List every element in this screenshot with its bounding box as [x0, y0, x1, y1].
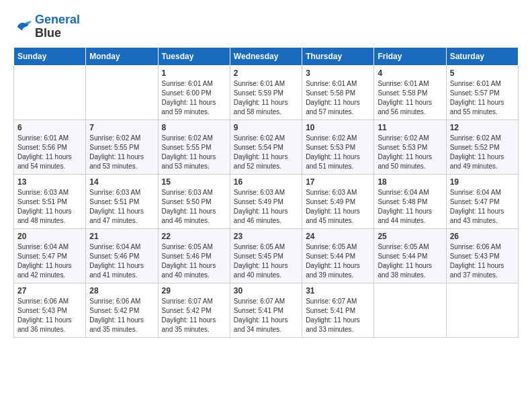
day-info: Sunrise: 6:01 AM Sunset: 5:58 PM Dayligh…	[378, 79, 442, 117]
column-header-wednesday: Wednesday	[230, 47, 302, 65]
day-number: 11	[378, 123, 442, 132]
day-number: 24	[306, 232, 370, 241]
calendar-cell	[14, 65, 86, 120]
calendar-week-row: 13Sunrise: 6:03 AM Sunset: 5:51 PM Dayli…	[14, 174, 519, 228]
calendar-cell: 10Sunrise: 6:02 AM Sunset: 5:53 PM Dayli…	[302, 120, 374, 174]
logo: General Blue	[13, 13, 80, 40]
day-number: 13	[17, 177, 82, 187]
calendar-table: SundayMondayTuesdayWednesdayThursdayFrid…	[13, 47, 519, 338]
calendar-cell	[446, 283, 518, 337]
day-number: 30	[234, 286, 298, 295]
day-number: 23	[234, 232, 298, 241]
calendar-cell: 24Sunrise: 6:05 AM Sunset: 5:44 PM Dayli…	[302, 228, 374, 283]
day-info: Sunrise: 6:01 AM Sunset: 5:58 PM Dayligh…	[306, 79, 370, 117]
calendar-cell: 2Sunrise: 6:01 AM Sunset: 5:59 PM Daylig…	[230, 65, 302, 120]
day-info: Sunrise: 6:02 AM Sunset: 5:55 PM Dayligh…	[162, 134, 226, 171]
day-number: 28	[89, 286, 154, 295]
day-number: 26	[450, 232, 515, 241]
day-info: Sunrise: 6:01 AM Sunset: 6:00 PM Dayligh…	[162, 79, 226, 117]
day-info: Sunrise: 6:05 AM Sunset: 5:46 PM Dayligh…	[162, 242, 226, 280]
calendar-cell: 30Sunrise: 6:07 AM Sunset: 5:41 PM Dayli…	[230, 283, 302, 337]
calendar-cell: 5Sunrise: 6:01 AM Sunset: 5:57 PM Daylig…	[446, 65, 518, 120]
day-info: Sunrise: 6:04 AM Sunset: 5:48 PM Dayligh…	[378, 188, 442, 226]
day-number: 7	[89, 123, 154, 132]
calendar-cell: 26Sunrise: 6:06 AM Sunset: 5:43 PM Dayli…	[446, 228, 518, 283]
day-number: 17	[306, 177, 370, 187]
calendar-cell: 12Sunrise: 6:02 AM Sunset: 5:52 PM Dayli…	[446, 120, 518, 174]
day-info: Sunrise: 6:02 AM Sunset: 5:53 PM Dayligh…	[306, 134, 370, 171]
calendar-cell: 18Sunrise: 6:04 AM Sunset: 5:48 PM Dayli…	[374, 174, 446, 228]
calendar-cell: 23Sunrise: 6:05 AM Sunset: 5:45 PM Dayli…	[230, 228, 302, 283]
calendar-cell: 22Sunrise: 6:05 AM Sunset: 5:46 PM Dayli…	[158, 228, 230, 283]
day-info: Sunrise: 6:03 AM Sunset: 5:49 PM Dayligh…	[306, 188, 370, 226]
calendar-cell: 31Sunrise: 6:07 AM Sunset: 5:41 PM Dayli…	[302, 283, 374, 337]
calendar-cell: 7Sunrise: 6:02 AM Sunset: 5:55 PM Daylig…	[86, 120, 158, 174]
day-number: 5	[450, 68, 515, 78]
day-info: Sunrise: 6:03 AM Sunset: 5:51 PM Dayligh…	[89, 188, 154, 226]
page-header: General Blue	[13, 13, 519, 40]
day-number: 19	[450, 177, 515, 187]
day-info: Sunrise: 6:06 AM Sunset: 5:43 PM Dayligh…	[17, 297, 82, 334]
day-info: Sunrise: 6:02 AM Sunset: 5:55 PM Dayligh…	[89, 134, 154, 171]
day-number: 9	[234, 123, 298, 132]
calendar-cell: 15Sunrise: 6:03 AM Sunset: 5:50 PM Dayli…	[158, 174, 230, 228]
calendar-cell: 25Sunrise: 6:05 AM Sunset: 5:44 PM Dayli…	[374, 228, 446, 283]
calendar-cell: 29Sunrise: 6:07 AM Sunset: 5:42 PM Dayli…	[158, 283, 230, 337]
calendar-week-row: 20Sunrise: 6:04 AM Sunset: 5:47 PM Dayli…	[14, 228, 519, 283]
day-info: Sunrise: 6:04 AM Sunset: 5:47 PM Dayligh…	[17, 242, 82, 280]
day-number: 3	[306, 68, 370, 78]
day-info: Sunrise: 6:05 AM Sunset: 5:45 PM Dayligh…	[234, 242, 298, 280]
day-number: 22	[162, 232, 226, 241]
calendar-cell: 21Sunrise: 6:04 AM Sunset: 5:46 PM Dayli…	[86, 228, 158, 283]
day-number: 10	[306, 123, 370, 132]
day-info: Sunrise: 6:02 AM Sunset: 5:53 PM Dayligh…	[378, 134, 442, 171]
calendar-cell: 28Sunrise: 6:06 AM Sunset: 5:42 PM Dayli…	[86, 283, 158, 337]
day-number: 31	[306, 286, 370, 295]
calendar-cell: 16Sunrise: 6:03 AM Sunset: 5:49 PM Dayli…	[230, 174, 302, 228]
day-info: Sunrise: 6:03 AM Sunset: 5:50 PM Dayligh…	[162, 188, 226, 226]
day-info: Sunrise: 6:03 AM Sunset: 5:49 PM Dayligh…	[234, 188, 298, 226]
day-info: Sunrise: 6:07 AM Sunset: 5:41 PM Dayligh…	[234, 297, 298, 334]
calendar-header-row: SundayMondayTuesdayWednesdayThursdayFrid…	[14, 47, 519, 65]
day-info: Sunrise: 6:02 AM Sunset: 5:52 PM Dayligh…	[450, 134, 515, 171]
day-info: Sunrise: 6:05 AM Sunset: 5:44 PM Dayligh…	[378, 242, 442, 280]
column-header-monday: Monday	[86, 47, 158, 65]
day-number: 4	[378, 68, 442, 78]
day-number: 20	[17, 232, 82, 241]
calendar-cell: 19Sunrise: 6:04 AM Sunset: 5:47 PM Dayli…	[446, 174, 518, 228]
calendar-cell: 4Sunrise: 6:01 AM Sunset: 5:58 PM Daylig…	[374, 65, 446, 120]
calendar-cell	[86, 65, 158, 120]
day-info: Sunrise: 6:07 AM Sunset: 5:41 PM Dayligh…	[306, 297, 370, 334]
day-number: 1	[162, 68, 226, 78]
day-info: Sunrise: 6:04 AM Sunset: 5:46 PM Dayligh…	[89, 242, 154, 280]
day-number: 15	[162, 177, 226, 187]
day-info: Sunrise: 6:01 AM Sunset: 5:59 PM Dayligh…	[234, 79, 298, 117]
day-info: Sunrise: 6:05 AM Sunset: 5:44 PM Dayligh…	[306, 242, 370, 280]
day-info: Sunrise: 6:01 AM Sunset: 5:57 PM Dayligh…	[450, 79, 515, 117]
calendar-cell: 20Sunrise: 6:04 AM Sunset: 5:47 PM Dayli…	[14, 228, 86, 283]
day-number: 2	[234, 68, 298, 78]
calendar-cell: 13Sunrise: 6:03 AM Sunset: 5:51 PM Dayli…	[14, 174, 86, 228]
day-number: 16	[234, 177, 298, 187]
day-number: 6	[17, 123, 82, 132]
day-number: 29	[162, 286, 226, 295]
day-info: Sunrise: 6:03 AM Sunset: 5:51 PM Dayligh…	[17, 188, 82, 226]
calendar-cell: 8Sunrise: 6:02 AM Sunset: 5:55 PM Daylig…	[158, 120, 230, 174]
day-number: 14	[89, 177, 154, 187]
day-info: Sunrise: 6:01 AM Sunset: 5:56 PM Dayligh…	[17, 134, 82, 171]
column-header-saturday: Saturday	[446, 47, 518, 65]
logo-text-general: General	[35, 13, 80, 27]
day-number: 21	[89, 232, 154, 241]
day-number: 27	[17, 286, 82, 295]
calendar-week-row: 1Sunrise: 6:01 AM Sunset: 6:00 PM Daylig…	[14, 65, 519, 120]
calendar-cell	[374, 283, 446, 337]
calendar-cell: 27Sunrise: 6:06 AM Sunset: 5:43 PM Dayli…	[14, 283, 86, 337]
day-number: 12	[450, 123, 515, 132]
calendar-cell: 1Sunrise: 6:01 AM Sunset: 6:00 PM Daylig…	[158, 65, 230, 120]
column-header-friday: Friday	[374, 47, 446, 65]
column-header-sunday: Sunday	[14, 47, 86, 65]
logo-text-blue: Blue	[35, 27, 80, 40]
calendar-cell: 11Sunrise: 6:02 AM Sunset: 5:53 PM Dayli…	[374, 120, 446, 174]
day-info: Sunrise: 6:04 AM Sunset: 5:47 PM Dayligh…	[450, 188, 515, 226]
day-info: Sunrise: 6:06 AM Sunset: 5:43 PM Dayligh…	[450, 242, 515, 280]
